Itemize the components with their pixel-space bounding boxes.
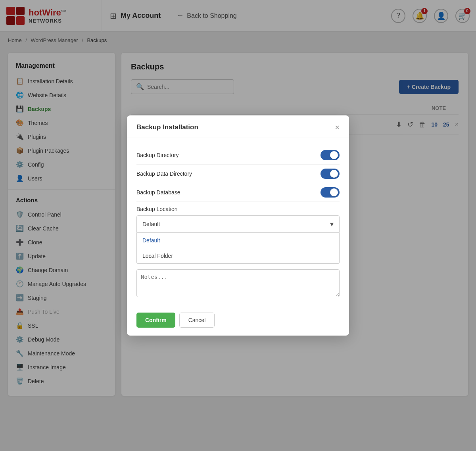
notes-textarea[interactable] xyxy=(136,269,340,297)
location-section: Backup Location Default ▾ Default Local … xyxy=(136,202,340,265)
modal-row-backup-data-directory: Backup Data Directory xyxy=(136,165,340,183)
select-wrapper: Default ▾ Default Local Folder xyxy=(136,215,340,264)
cancel-button[interactable]: Cancel xyxy=(179,313,215,328)
select-option-local-folder[interactable]: Local Folder xyxy=(137,248,339,263)
select-dropdown: Default Local Folder xyxy=(136,233,340,264)
modal-body: Backup Directory Backup Data Directory B… xyxy=(127,138,349,306)
notes-area xyxy=(136,269,340,298)
location-label: Backup Location xyxy=(136,206,340,212)
confirm-button[interactable]: Confirm xyxy=(136,313,175,328)
backup-database-toggle[interactable] xyxy=(321,187,340,198)
backup-installation-modal: Backup Installation × Backup Directory B… xyxy=(127,115,349,336)
modal-close-button[interactable]: × xyxy=(335,123,340,131)
backup-data-directory-label: Backup Data Directory xyxy=(136,171,192,177)
backup-directory-label: Backup Directory xyxy=(136,152,179,158)
modal-overlay[interactable]: Backup Installation × Backup Directory B… xyxy=(0,0,476,400)
backup-database-slider xyxy=(321,187,340,198)
select-option-default[interactable]: Default xyxy=(137,233,339,248)
backup-data-directory-slider xyxy=(321,169,340,179)
backup-data-directory-toggle[interactable] xyxy=(321,169,340,179)
modal-row-backup-database: Backup Database xyxy=(136,183,340,202)
backup-directory-toggle[interactable] xyxy=(321,150,340,160)
select-chevron-icon: ▾ xyxy=(330,220,334,228)
select-current-value: Default xyxy=(142,221,160,227)
modal-footer: Confirm Cancel xyxy=(127,306,349,336)
select-box[interactable]: Default ▾ xyxy=(136,215,340,233)
modal-title: Backup Installation xyxy=(136,123,198,131)
modal-header: Backup Installation × xyxy=(127,115,349,138)
modal-row-backup-directory: Backup Directory xyxy=(136,146,340,165)
backup-directory-slider xyxy=(321,150,340,160)
backup-database-label: Backup Database xyxy=(136,189,180,196)
